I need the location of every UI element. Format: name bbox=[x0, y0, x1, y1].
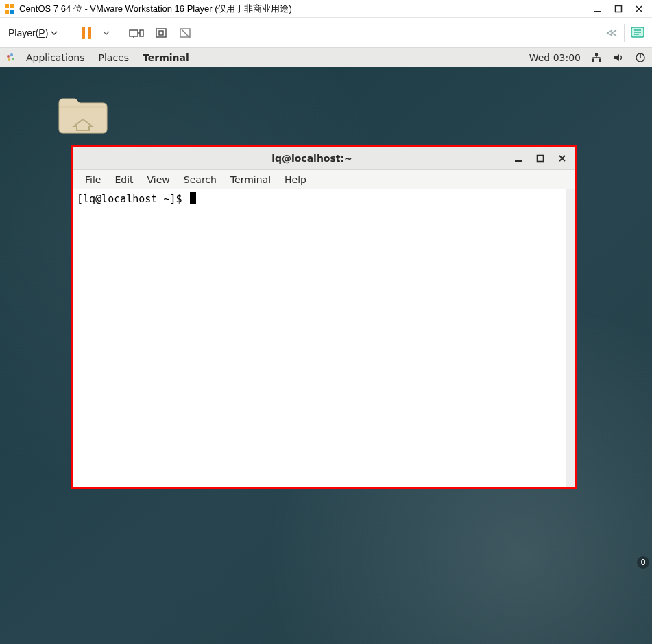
terminal-menu-edit[interactable]: Edit bbox=[108, 174, 140, 185]
terminal-body[interactable]: [lq@localhost ~]$ bbox=[73, 189, 575, 487]
network-indicator-icon[interactable] bbox=[590, 51, 603, 64]
terminal-title-text: lq@localhost:~ bbox=[119, 153, 505, 164]
player-menu-label: Player(P) bbox=[8, 27, 48, 38]
power-dropdown-button[interactable] bbox=[101, 23, 112, 43]
svg-rect-3 bbox=[10, 10, 14, 14]
svg-rect-22 bbox=[640, 53, 641, 58]
svg-rect-23 bbox=[515, 160, 522, 162]
svg-rect-9 bbox=[140, 30, 143, 36]
svg-rect-18 bbox=[595, 53, 598, 56]
svg-rect-6 bbox=[82, 27, 85, 39]
terminal-titlebar[interactable]: lq@localhost:~ bbox=[73, 147, 575, 170]
gnome-topbar: Applications Places Terminal Wed 03:00 bbox=[0, 48, 652, 67]
message-log-button[interactable] bbox=[627, 23, 648, 43]
unity-mode-button[interactable] bbox=[176, 23, 196, 43]
volume-indicator-icon[interactable] bbox=[612, 51, 625, 64]
terminal-close-button[interactable] bbox=[554, 150, 570, 167]
terminal-menu-terminal[interactable]: Terminal bbox=[224, 174, 278, 185]
svg-point-17 bbox=[8, 58, 10, 61]
svg-rect-19 bbox=[592, 59, 594, 62]
annotation-highlight: lq@localhost:~ File Edit View Search Ter… bbox=[71, 145, 577, 489]
vmware-title-text: CentOS 7 64 位 - VMware Workstation 16 Pl… bbox=[19, 3, 292, 15]
svg-rect-0 bbox=[5, 4, 9, 8]
vmware-toolbar: Player(P) bbox=[0, 18, 652, 48]
terminal-maximize-button[interactable] bbox=[532, 150, 548, 167]
pause-vm-button[interactable] bbox=[76, 23, 97, 43]
gnome-menu-places[interactable]: Places bbox=[92, 52, 136, 63]
gnome-menu-terminal[interactable]: Terminal bbox=[136, 52, 196, 63]
player-menu-button[interactable]: Player(P) bbox=[4, 25, 62, 40]
power-indicator-icon[interactable] bbox=[634, 51, 647, 64]
svg-rect-8 bbox=[130, 30, 138, 36]
gnome-menu-applications[interactable]: Applications bbox=[19, 52, 92, 63]
fullscreen-button[interactable] bbox=[151, 23, 171, 43]
terminal-menubar: File Edit View Search Terminal Help bbox=[73, 170, 575, 189]
terminal-cursor bbox=[190, 192, 196, 204]
send-ctrl-alt-del-button[interactable] bbox=[126, 23, 147, 43]
host-close-button[interactable] bbox=[629, 0, 649, 18]
svg-rect-11 bbox=[159, 31, 163, 35]
shrink-toolbar-button[interactable] bbox=[601, 23, 621, 43]
svg-rect-1 bbox=[10, 4, 14, 8]
terminal-scrollbar[interactable] bbox=[566, 189, 575, 487]
svg-rect-24 bbox=[538, 155, 544, 161]
svg-point-16 bbox=[12, 58, 14, 60]
terminal-minimize-button[interactable] bbox=[510, 150, 527, 167]
host-maximize-button[interactable] bbox=[608, 0, 629, 18]
toolbar-separator bbox=[69, 24, 69, 42]
svg-rect-7 bbox=[88, 27, 91, 39]
activities-icon[interactable] bbox=[5, 52, 16, 63]
svg-rect-4 bbox=[594, 11, 601, 12]
terminal-menu-file[interactable]: File bbox=[78, 174, 108, 185]
terminal-prompt: [lq@localhost ~]$ bbox=[77, 193, 189, 205]
terminal-window: lq@localhost:~ File Edit View Search Ter… bbox=[73, 147, 575, 487]
svg-point-14 bbox=[7, 55, 10, 58]
svg-point-15 bbox=[10, 53, 13, 56]
chevron-down-icon bbox=[51, 29, 58, 36]
toolbar-separator bbox=[624, 24, 625, 42]
terminal-menu-search[interactable]: Search bbox=[177, 174, 224, 185]
vmware-titlebar: CentOS 7 64 位 - VMware Workstation 16 Pl… bbox=[0, 0, 652, 18]
svg-rect-20 bbox=[599, 59, 601, 62]
terminal-menu-view[interactable]: View bbox=[141, 174, 177, 185]
svg-rect-5 bbox=[616, 5, 622, 12]
svg-rect-2 bbox=[5, 10, 9, 14]
host-minimize-button[interactable] bbox=[588, 0, 608, 18]
guest-screen: Applications Places Terminal Wed 03:00 bbox=[0, 48, 652, 644]
desktop-home-folder-icon[interactable] bbox=[56, 95, 110, 148]
gnome-clock[interactable]: Wed 03:00 bbox=[529, 52, 581, 63]
svg-rect-10 bbox=[156, 29, 166, 37]
toolbar-separator bbox=[119, 24, 119, 42]
terminal-menu-help[interactable]: Help bbox=[278, 174, 313, 185]
vmware-app-icon bbox=[4, 3, 15, 14]
osd-badge: 0 bbox=[637, 556, 649, 569]
